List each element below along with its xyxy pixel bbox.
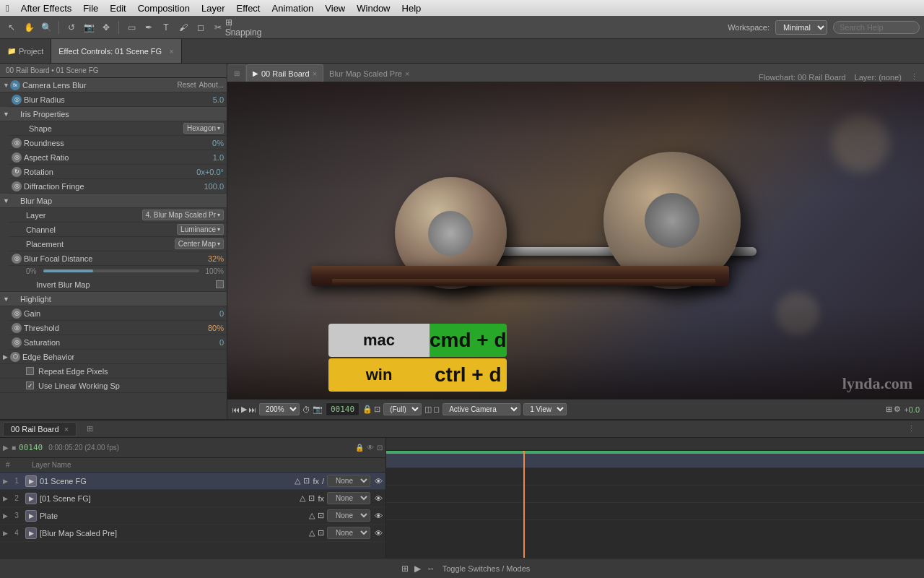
repeat-edge-pixels-checkbox[interactable] xyxy=(26,367,34,375)
diffraction-fringe-row[interactable]: ◎ Diffraction Fringe 100.0 xyxy=(9,179,227,194)
slider-track[interactable] xyxy=(43,269,199,272)
expand-highlight-icon[interactable]: ▼ xyxy=(3,296,10,303)
diffraction-fringe-value[interactable]: 100.0 xyxy=(204,182,224,191)
apple-menu[interactable]:  xyxy=(6,3,9,14)
tl-stop-icon[interactable]: ■ xyxy=(12,444,16,452)
placement-dropdown[interactable]: Center Map ▾ xyxy=(175,238,224,249)
blur-radius-row[interactable]: ◎ Blur Radius 5.0 xyxy=(9,92,227,107)
layer2-mode-dropdown[interactable]: None xyxy=(327,492,370,504)
threshold-value[interactable]: 80% xyxy=(208,324,224,332)
camera-dropdown[interactable]: Active Camera xyxy=(443,403,520,415)
tl-lock-icon[interactable]: 🔒 xyxy=(355,444,364,452)
saturation-row[interactable]: ◎ Saturation 0 xyxy=(9,335,227,350)
quality-dropdown[interactable]: (Full) xyxy=(383,403,422,415)
grid-icon[interactable]: ⊞ xyxy=(886,405,892,414)
clone-tool-icon[interactable]: ✂ xyxy=(211,20,225,35)
roundness-value[interactable]: 0% xyxy=(212,139,224,147)
blur-radius-value[interactable]: 5.0 xyxy=(213,95,224,104)
tl-comp-icon[interactable]: ⊞ xyxy=(401,564,409,574)
prop-icon-bottom[interactable]: ⚙ xyxy=(894,405,901,414)
comp-tab-blurmap[interactable]: Blur Map Scaled Pre × xyxy=(323,66,415,82)
layer1-mode-dropdown[interactable]: None xyxy=(327,475,370,487)
layer2-expr-icon[interactable]: fx xyxy=(318,494,324,503)
use-linear-checkbox[interactable] xyxy=(26,381,34,389)
repeat-edge-pixels-row[interactable]: Repeat Edge Pixels xyxy=(0,364,227,379)
menu-animation[interactable]: Animation xyxy=(272,3,314,14)
selection-tool-icon[interactable]: ↖ xyxy=(4,20,19,35)
layer4-mask-icon[interactable]: ⊡ xyxy=(318,528,324,538)
render-queue-tab[interactable]: ⊞ xyxy=(81,422,99,436)
menu-effect[interactable]: Effect xyxy=(236,3,260,14)
layer3-eye-icon[interactable]: 👁 xyxy=(375,512,383,520)
expand-iris-icon[interactable]: ▼ xyxy=(3,111,10,118)
layer1-eye-icon[interactable]: 👁 xyxy=(375,477,383,486)
tl-play-icon[interactable]: ▶ xyxy=(3,444,9,452)
rotation-value[interactable]: 0x+0.0° xyxy=(196,168,224,176)
tl-quality-icon[interactable]: ⊡ xyxy=(377,444,383,452)
layer3-mode-dropdown[interactable]: None xyxy=(327,509,370,522)
blur-focal-distance-value[interactable]: 32% xyxy=(208,254,224,263)
invert-blur-map-checkbox[interactable] xyxy=(216,280,224,288)
effect-controls-close-icon[interactable]: × xyxy=(169,47,173,56)
camera-lens-blur-header[interactable]: ▼ fx Camera Lens Blur Reset About... xyxy=(0,78,227,92)
expand-layer3-icon[interactable]: ▶ xyxy=(3,512,8,519)
menu-edit[interactable]: Edit xyxy=(110,3,126,14)
timeline-options-icon[interactable]: ⋮ xyxy=(907,424,915,434)
blur-map-layer-row[interactable]: Layer 4. Blur Map Scaled Pr ▾ xyxy=(9,208,227,223)
effect-controls-tab[interactable]: Effect Controls: 01 Scene FG × xyxy=(51,39,181,63)
gain-row[interactable]: ◎ Gain 0 xyxy=(9,306,227,321)
rotation-row[interactable]: ↻ Rotation 0x+0.0° xyxy=(9,165,227,179)
layer1-expr-icon[interactable]: fx xyxy=(313,477,319,486)
layer2-transform-icon[interactable]: △ xyxy=(300,493,305,503)
roundness-row[interactable]: ◎ Roundness 0% xyxy=(9,136,227,150)
layer3-transform-icon[interactable]: △ xyxy=(309,511,315,520)
camera-tool-icon[interactable]: 📷 xyxy=(82,20,96,35)
gain-value[interactable]: 0 xyxy=(219,309,224,318)
shape-dropdown[interactable]: Hexagon ▾ xyxy=(183,123,224,134)
time-settings-icon[interactable]: ⏱ xyxy=(302,405,310,414)
rotation-tool-icon[interactable]: ↺ xyxy=(64,20,79,35)
tl-layer-2[interactable]: ▶ 2 ▶ [01 Scene FG] △ ⊡ fx None xyxy=(0,490,385,507)
highlight-header[interactable]: ▼ Highlight xyxy=(0,292,227,306)
channel-dropdown[interactable]: Luminance ▾ xyxy=(177,224,224,235)
menu-window[interactable]: Window xyxy=(357,3,390,14)
expand-layer2-icon[interactable]: ▶ xyxy=(3,495,8,502)
blur-map-layer-dropdown[interactable]: 4. Blur Map Scaled Pr ▾ xyxy=(142,210,224,220)
eraser-tool-icon[interactable]: ◻ xyxy=(193,20,208,35)
blur-focal-distance-slider[interactable]: 0% 100% xyxy=(0,266,227,276)
safe-zones-icon[interactable]: ⊡ xyxy=(374,405,380,414)
expand-camera-lens-blur-icon[interactable]: ▼ xyxy=(3,82,10,89)
placement-row[interactable]: Placement Center Map ▾ xyxy=(9,237,227,251)
use-linear-row[interactable]: Use Linear Working Sp xyxy=(0,379,227,393)
search-input[interactable] xyxy=(833,21,920,34)
hand-tool-icon[interactable]: ✋ xyxy=(22,20,36,35)
expand-blur-map-icon[interactable]: ▼ xyxy=(3,197,10,204)
next-frame-icon[interactable]: ⏭ xyxy=(248,405,256,414)
top-right-icon[interactable]: ⋮ xyxy=(910,72,918,82)
toggle-switches-label[interactable]: Toggle Switches / Modes xyxy=(443,564,531,573)
text-tool-icon[interactable]: T xyxy=(159,20,173,35)
expand-layer1-icon[interactable]: ▶ xyxy=(3,478,8,485)
layer3-mask-icon[interactable]: ⊡ xyxy=(318,511,324,520)
layer2-eye-icon[interactable]: 👁 xyxy=(375,494,383,503)
timeline-tab-close-icon[interactable]: × xyxy=(64,425,69,434)
zoom-tool-icon[interactable]: 🔍 xyxy=(39,20,53,35)
shape-row[interactable]: Shape Hexagon ▾ xyxy=(9,121,227,136)
tl-render-icon[interactable]: ▶ xyxy=(414,564,421,574)
menu-layer[interactable]: Layer xyxy=(201,3,225,14)
blur-focal-distance-row[interactable]: ◎ Blur Focal Distance 32% xyxy=(9,251,227,266)
layer1-mask-icon[interactable]: ⊡ xyxy=(303,476,310,486)
invert-blur-map-row[interactable]: Invert Blur Map xyxy=(0,277,227,292)
iris-properties-header[interactable]: ▼ Iris Properties xyxy=(0,107,227,121)
comp-tab-main[interactable]: ▶ 00 Rail Board × xyxy=(246,64,323,82)
aspect-ratio-row[interactable]: ◎ Aspect Ratio 1.0 xyxy=(9,150,227,165)
layer4-eye-icon[interactable]: 👁 xyxy=(375,529,383,538)
tl-hide-icon[interactable]: 👁 xyxy=(367,444,374,452)
view-dropdown[interactable]: 1 View xyxy=(523,403,567,415)
render-icon[interactable]: ◫ xyxy=(424,405,432,414)
workspace-dropdown[interactable]: Minimal xyxy=(775,20,827,35)
about-button[interactable]: About... xyxy=(199,81,224,89)
edge-behavior-row[interactable]: ▶ ⬡ Edge Behavior xyxy=(0,350,227,364)
shape-tool-icon[interactable]: ▭ xyxy=(124,20,139,35)
comp-tab-close-icon[interactable]: × xyxy=(313,69,317,78)
